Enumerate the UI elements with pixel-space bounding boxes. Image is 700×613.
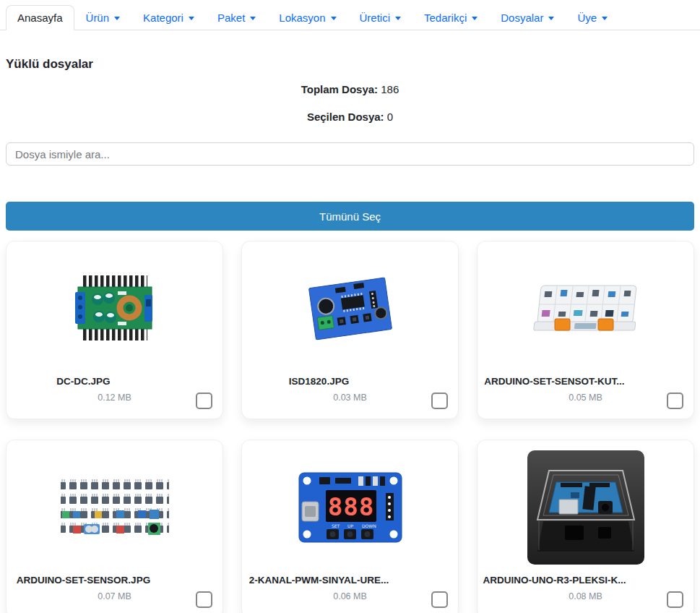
page-title: Yüklü dosyalar bbox=[6, 57, 694, 72]
select-all-button[interactable]: Tümünü Seç bbox=[6, 202, 694, 231]
tab-paket[interactable]: Paket bbox=[206, 5, 267, 30]
arduino-uno-plexi-case-photo bbox=[478, 440, 693, 575]
tab-label: Üretici bbox=[360, 12, 391, 24]
file-size: 0.05 MB bbox=[478, 393, 693, 403]
main-navigation: Anasayfa Ürün Kategori Paket Lokasyon Ür… bbox=[0, 0, 700, 30]
caret-down-icon bbox=[331, 17, 337, 20]
svg-text:UP: UP bbox=[347, 523, 353, 528]
svg-text:888: 888 bbox=[327, 492, 373, 521]
file-grid: DC-DC.JPG 0.12 MB bbox=[6, 241, 694, 613]
tab-tedarikci[interactable]: Tedarikçi bbox=[412, 5, 489, 30]
select-all-label: Tümünü Seç bbox=[319, 210, 381, 223]
search-input[interactable] bbox=[6, 142, 694, 166]
caret-down-icon bbox=[395, 17, 401, 20]
file-size: 0.12 MB bbox=[7, 393, 222, 403]
tab-anasayfa[interactable]: Anasayfa bbox=[6, 5, 74, 30]
pwm-signal-generator-board-photo: 888 SET UP DOWN bbox=[242, 440, 458, 575]
caret-down-icon bbox=[250, 17, 256, 20]
isd1820-voice-module-photo bbox=[242, 241, 458, 376]
file-size: 0.06 MB bbox=[242, 591, 458, 602]
tab-label: Anasayfa bbox=[17, 12, 63, 24]
tab-label: Tedarikçi bbox=[424, 12, 467, 24]
total-files-value: 186 bbox=[381, 83, 399, 95]
file-checkbox[interactable] bbox=[431, 591, 448, 608]
file-size: 0.03 MB bbox=[242, 393, 458, 403]
file-card[interactable]: 888 SET UP DOWN 2-KANAL-PWM-SINYAL-URE..… bbox=[241, 440, 459, 613]
search-bar bbox=[6, 142, 694, 166]
tab-label: Ürün bbox=[86, 12, 110, 24]
tab-label: Üye bbox=[577, 12, 597, 24]
file-card[interactable]: DC-DC.JPG 0.12 MB bbox=[6, 241, 223, 419]
file-name: DC-DC.JPG bbox=[7, 376, 160, 387]
sensor-module-set-photo bbox=[7, 440, 222, 575]
tab-uretici[interactable]: Üretici bbox=[348, 5, 413, 30]
file-size: 0.08 MB bbox=[478, 591, 693, 602]
file-card[interactable]: ARDUINO-SET-SENSOR.JPG 0.07 MB bbox=[6, 440, 223, 613]
tab-dosyalar[interactable]: Dosyalar bbox=[489, 5, 566, 30]
caret-down-icon bbox=[189, 17, 194, 20]
sensor-kit-storage-box-photo bbox=[478, 241, 693, 376]
file-name: ISD1820.JPG bbox=[242, 376, 396, 387]
caret-down-icon bbox=[602, 17, 608, 20]
caret-down-icon bbox=[548, 17, 554, 20]
total-files-stat: Toplam Dosya: 186 bbox=[0, 83, 700, 95]
file-name: ARDUINO-UNO-R3-PLEKSI-K... bbox=[478, 575, 631, 586]
selected-files-label: Seçilen Dosya: bbox=[307, 111, 384, 123]
selected-files-value: 0 bbox=[387, 111, 393, 123]
caret-down-icon bbox=[114, 17, 120, 20]
total-files-label: Toplam Dosya: bbox=[301, 83, 378, 95]
tab-label: Lokasyon bbox=[279, 12, 325, 24]
file-checkbox[interactable] bbox=[667, 393, 683, 409]
file-card[interactable]: ISD1820.JPG 0.03 MB bbox=[241, 241, 459, 419]
tab-urun[interactable]: Ürün bbox=[74, 5, 132, 30]
tab-label: Dosyalar bbox=[501, 12, 543, 24]
file-checkbox[interactable] bbox=[196, 591, 212, 608]
file-checkbox[interactable] bbox=[667, 591, 683, 608]
tab-uye[interactable]: Üye bbox=[566, 5, 619, 30]
svg-text:DOWN: DOWN bbox=[362, 523, 376, 528]
tab-lokasyon[interactable]: Lokasyon bbox=[267, 5, 347, 30]
svg-text:SET: SET bbox=[332, 523, 340, 528]
file-card[interactable]: ARDUINO-UNO-R3-PLEKSI-K... 0.08 MB bbox=[477, 440, 694, 613]
caret-down-icon bbox=[472, 17, 478, 20]
dc-dc-converter-board-photo bbox=[7, 241, 222, 376]
file-name: 2-KANAL-PWM-SINYAL-URE... bbox=[242, 575, 396, 586]
selected-files-stat: Seçilen Dosya: 0 bbox=[0, 111, 700, 123]
file-checkbox[interactable] bbox=[196, 393, 212, 409]
tab-kategori[interactable]: Kategori bbox=[131, 5, 206, 30]
file-checkbox[interactable] bbox=[431, 393, 448, 409]
tab-label: Kategori bbox=[143, 12, 183, 24]
file-name: ARDUINO-SET-SENSOR.JPG bbox=[7, 575, 160, 586]
file-size: 0.07 MB bbox=[7, 591, 222, 602]
file-name: ARDUINO-SET-SENSOT-KUT... bbox=[478, 376, 631, 387]
file-card[interactable]: ARDUINO-SET-SENSOT-KUT... 0.05 MB bbox=[477, 241, 694, 419]
tab-label: Paket bbox=[217, 12, 245, 24]
